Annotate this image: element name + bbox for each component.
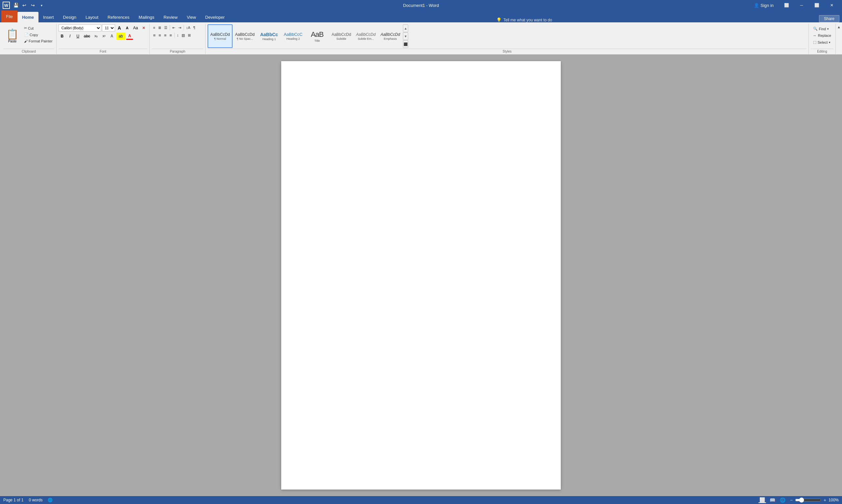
line-spacing-button[interactable]: ↕ <box>176 32 180 38</box>
tab-review[interactable]: Review <box>159 12 182 22</box>
underline-button[interactable]: U <box>74 33 82 40</box>
styles-label: Styles <box>208 49 806 54</box>
style-subtitle[interactable]: AaBbCcDd Subtitle <box>329 24 353 48</box>
style-heading1[interactable]: AaBbCc Heading 1 <box>257 24 281 48</box>
gallery-scroll-down-button[interactable]: ▼ <box>403 32 408 40</box>
style-no-spacing[interactable]: AaBbCcDd ¶ No Spac... <box>233 24 257 48</box>
strikethrough-button[interactable]: abc <box>82 33 92 40</box>
font-name-select[interactable]: Calibri (Body) <box>58 24 101 32</box>
sort-button[interactable]: ↕A <box>185 24 192 31</box>
increase-indent-button[interactable]: ⇥ <box>177 24 182 31</box>
paste-icon: 📋 <box>6 29 18 39</box>
share-button[interactable]: Share <box>819 15 839 22</box>
print-layout-button[interactable]: ⬜ <box>758 497 766 503</box>
tab-design[interactable]: Design <box>58 12 81 22</box>
decrease-indent-button[interactable]: ⇤ <box>171 24 177 31</box>
style-heading2[interactable]: AaBbCcC Heading 2 <box>281 24 305 48</box>
bullets-button[interactable]: ≡ <box>151 24 156 31</box>
undo-qat-button[interactable]: ↩ <box>20 1 28 9</box>
tab-insert[interactable]: Insert <box>38 12 58 22</box>
document-page[interactable] <box>281 61 561 489</box>
select-button[interactable]: ⬚ Select ▾ <box>811 39 834 46</box>
find-button[interactable]: 🔍 Find ▾ <box>811 26 834 32</box>
zoom-in-button[interactable]: + <box>823 498 827 503</box>
title-bar-left: W 💾 ↩ ↪ ▾ <box>3 1 46 9</box>
restore-button[interactable]: ⬜ <box>779 0 794 11</box>
bold-button[interactable]: B <box>58 33 66 40</box>
text-effect-button[interactable]: A <box>108 33 115 40</box>
save-qat-button[interactable]: 💾 <box>12 1 20 9</box>
center-button[interactable]: ≡ <box>157 32 162 38</box>
font-grow-button[interactable]: A <box>116 24 123 32</box>
paste-label: Paste <box>8 39 17 43</box>
zoom-slider[interactable] <box>795 498 821 503</box>
app-title: Document1 - Word <box>403 3 439 8</box>
qat-dropdown-button[interactable]: ▾ <box>37 1 46 9</box>
style-normal[interactable]: AaBbCcDd ¶ Normal <box>208 24 232 48</box>
styles-group: AaBbCcDd ¶ Normal AaBbCcDd ¶ No Spac... … <box>205 24 808 54</box>
font-group: Calibri (Body) 11 12 14 A A Aa ✕ B I U a… <box>57 24 150 54</box>
tab-mailings[interactable]: Mailings <box>134 12 159 22</box>
tell-me-bar[interactable]: 💡 Tell me what you want to do <box>494 17 555 22</box>
subscript-button[interactable]: X₂ <box>92 33 100 40</box>
font-color-button[interactable]: A <box>126 33 133 40</box>
styles-gallery: AaBbCcDd ¶ Normal AaBbCcDd ¶ No Spac... … <box>208 24 402 48</box>
copy-icon: 📄 <box>24 33 29 37</box>
font-size-select[interactable]: 11 12 14 <box>102 24 115 32</box>
cut-button[interactable]: ✂ Cut <box>22 25 54 31</box>
paragraph-label: Paragraph <box>151 49 203 54</box>
replace-button[interactable]: ↔ Replace <box>811 33 834 38</box>
align-right-button[interactable]: ≡ <box>163 32 168 38</box>
title-bar: W 💾 ↩ ↪ ▾ Document1 - Word 👤 Sign in ⬜ ─… <box>0 0 842 11</box>
paste-button[interactable]: 📋 Paste <box>3 24 21 48</box>
tab-home[interactable]: Home <box>17 12 38 22</box>
copy-button[interactable]: 📄 Copy <box>22 32 54 38</box>
justify-button[interactable]: ≡ <box>168 32 173 38</box>
style-title-label: Title <box>315 39 320 42</box>
paragraph-group: ≡ ≣ ☰ ⇤ ⇥ ↕A ¶ ≡ ≡ ≡ ≡ ↕ ▧ ⊞ Paragraph <box>150 24 205 54</box>
ribbon-collapse-button[interactable]: ▲ <box>836 24 841 54</box>
sign-in-button[interactable]: 👤 Sign in <box>751 2 776 9</box>
style-no-spacing-preview: AaBbCcDd <box>235 32 255 37</box>
italic-button[interactable]: I <box>67 33 74 40</box>
select-dropdown-icon: ▾ <box>829 41 830 44</box>
format-painter-button[interactable]: 🖌 Format Painter <box>22 38 54 44</box>
window-controls: ⬜ ─ ⬜ ✕ <box>779 0 839 11</box>
gallery-scroll-up-button[interactable]: ▲ <box>403 24 408 32</box>
numbering-button[interactable]: ≣ <box>157 24 162 31</box>
change-case-button[interactable]: Aa <box>131 24 140 32</box>
style-subtle-em[interactable]: AaBbCcDd Subtle Em... <box>354 24 378 48</box>
tab-references[interactable]: References <box>103 12 134 22</box>
clear-format-button[interactable]: ✕ <box>140 24 147 32</box>
read-mode-button[interactable]: 📖 <box>769 498 776 503</box>
close-button[interactable]: ✕ <box>824 0 839 11</box>
multilevel-button[interactable]: ☰ <box>163 24 169 31</box>
clipboard-label: Clipboard <box>3 49 54 54</box>
style-emphasis[interactable]: AaBbCcDd Emphasis <box>378 24 402 48</box>
gallery-more-button[interactable]: ⬛ <box>403 40 408 48</box>
style-emphasis-label: Emphasis <box>384 37 397 40</box>
tab-layout[interactable]: Layout <box>81 12 103 22</box>
font-shrink-button[interactable]: A <box>124 24 131 32</box>
shading-button[interactable]: ▧ <box>180 32 186 38</box>
show-hide-button[interactable]: ¶ <box>192 24 197 31</box>
tab-file[interactable]: File <box>1 11 17 22</box>
minimize-button[interactable]: ─ <box>794 0 809 11</box>
style-subtle-em-label: Subtle Em... <box>358 37 374 40</box>
style-heading2-label: Heading 2 <box>286 37 300 40</box>
web-layout-button[interactable]: 🌐 <box>779 498 786 503</box>
language-icon: 🌐 <box>48 498 53 502</box>
superscript-button[interactable]: X² <box>100 33 108 40</box>
tab-developer[interactable]: Developer <box>201 12 229 22</box>
redo-qat-button[interactable]: ↪ <box>29 1 37 9</box>
style-normal-preview: AaBbCcDd <box>210 32 230 37</box>
align-left-button[interactable]: ≡ <box>151 32 157 38</box>
tab-view[interactable]: View <box>182 12 201 22</box>
highlight-button[interactable]: ab <box>116 33 125 40</box>
document-area <box>0 55 842 496</box>
borders-button[interactable]: ⊞ <box>186 32 192 38</box>
style-title[interactable]: AaB Title <box>305 24 329 48</box>
maximize-button[interactable]: ⬜ <box>809 0 824 11</box>
zoom-out-button[interactable]: − <box>789 498 794 503</box>
zoom-controls: − + 100% <box>789 498 839 503</box>
